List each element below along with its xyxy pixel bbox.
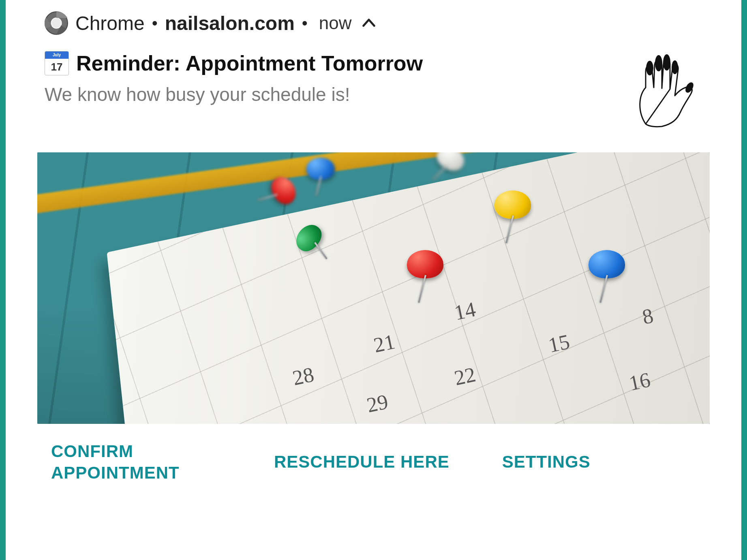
settings-button[interactable]: SETTINGS xyxy=(502,451,591,473)
hand-nails-icon xyxy=(621,47,702,128)
svg-point-4 xyxy=(646,61,653,75)
separator-dot: • xyxy=(302,14,308,32)
calendar-emoji-icon: July 17 xyxy=(45,51,69,75)
svg-point-7 xyxy=(672,60,678,74)
pushpin-red-icon xyxy=(407,250,443,307)
svg-point-6 xyxy=(663,54,670,71)
pushpin-yellow-icon xyxy=(494,190,531,247)
site-label: nailsalon.com xyxy=(165,12,295,34)
chrome-icon xyxy=(45,11,68,35)
separator-dot: • xyxy=(152,14,158,32)
chevron-up-icon[interactable] xyxy=(361,15,377,31)
svg-point-5 xyxy=(655,55,662,71)
calendar-emoji-day: 17 xyxy=(45,59,68,75)
notification-title-row: July 17 Reminder: Appointment Tomorrow xyxy=(45,51,621,75)
time-label: now xyxy=(319,13,352,33)
pushpin-blue-small-icon xyxy=(306,158,343,214)
reschedule-button[interactable]: RESCHEDULE HERE xyxy=(274,451,449,473)
notification-header: Chrome • nailsalon.com • now xyxy=(6,11,741,35)
confirm-appointment-button[interactable]: CONFIRM APPOINTMENT xyxy=(51,441,221,483)
pushpin-blue-icon xyxy=(589,250,625,307)
app-name-label: Chrome xyxy=(75,12,145,34)
notification-hero-image: 14 15 21 22 28 29 8 16 xyxy=(37,152,710,424)
notification-actions: CONFIRM APPOINTMENT RESCHEDULE HERE SETT… xyxy=(6,424,741,483)
calendar-emoji-month: July xyxy=(45,51,68,59)
notification-title: Reminder: Appointment Tomorrow xyxy=(76,51,423,75)
notification-body: We know how busy your schedule is! xyxy=(45,83,621,105)
